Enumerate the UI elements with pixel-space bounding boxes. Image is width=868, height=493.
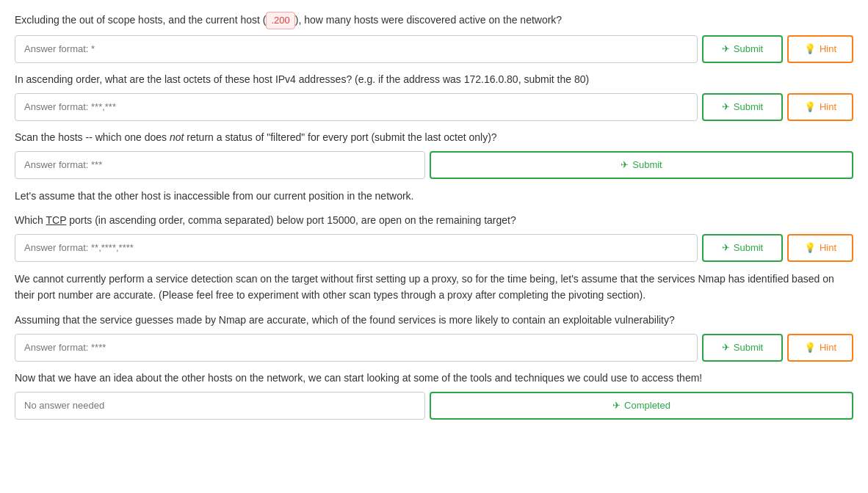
answer-row-4: ✈ Submit 💡 Hint [15, 234, 853, 262]
submit-label-5: Submit [734, 342, 763, 353]
answer-input-2[interactable] [15, 93, 698, 121]
submit-button-4[interactable]: ✈ Submit [702, 234, 783, 262]
question-1: Excluding the out of scope hosts, and th… [15, 12, 853, 63]
hint-label-1: Hint [820, 43, 836, 54]
submit-button-2[interactable]: ✈ Submit [702, 93, 783, 121]
question-6-text: Now that we have an idea about the other… [15, 370, 853, 386]
answer-row-6: ✈ Completed [15, 392, 853, 420]
hint-label-2: Hint [820, 101, 836, 112]
completed-button[interactable]: ✈ Completed [430, 392, 853, 420]
answer-input-3[interactable] [15, 151, 425, 179]
question-2: In ascending order, what are the last oc… [15, 72, 853, 121]
completed-icon: ✈ [612, 400, 621, 411]
submit-label-4: Submit [734, 242, 763, 253]
submit-icon-5: ✈ [722, 342, 730, 353]
answer-row-3: ✈ Submit [15, 151, 853, 179]
info-block-2: We cannot currently perform a service de… [15, 271, 853, 304]
submit-button-3[interactable]: ✈ Submit [430, 151, 853, 179]
question-2-text: In ascending order, what are the last oc… [15, 72, 853, 87]
hint-button-2[interactable]: 💡 Hint [787, 93, 853, 121]
answer-row-2: ✈ Submit 💡 Hint [15, 93, 853, 121]
question-3-text: Scan the hosts -- which one does not ret… [15, 130, 853, 145]
question-4: Which TCP ports (in ascending order, com… [15, 213, 853, 262]
submit-button-5[interactable]: ✈ Submit [702, 334, 783, 362]
submit-label-1: Submit [734, 43, 763, 54]
hint-icon-1: 💡 [804, 43, 816, 54]
answer-input-6 [15, 392, 425, 420]
hint-label-5: Hint [820, 342, 836, 353]
question-5-text: Assuming that the service guesses made b… [15, 313, 853, 328]
hint-button-5[interactable]: 💡 Hint [787, 334, 853, 362]
completed-label: Completed [624, 400, 670, 411]
info-block-1: Let's assume that the other host is inac… [15, 188, 853, 204]
tcp-underline: TCP [46, 214, 67, 226]
answer-row-1: ✈ Submit 💡 Hint [15, 35, 853, 63]
submit-icon-2: ✈ [722, 101, 730, 112]
submit-icon-1: ✈ [722, 43, 730, 54]
question-5: Assuming that the service guesses made b… [15, 313, 853, 362]
question-6: Now that we have an idea about the other… [15, 370, 853, 420]
answer-input-4[interactable] [15, 234, 698, 262]
hint-button-4[interactable]: 💡 Hint [787, 234, 853, 262]
hint-button-1[interactable]: 💡 Hint [787, 35, 853, 63]
answer-input-5[interactable] [15, 334, 698, 362]
submit-label-2: Submit [734, 101, 763, 112]
info-text-1: Let's assume that the other host is inac… [15, 188, 853, 204]
question-4-text: Which TCP ports (in ascending order, com… [15, 213, 853, 228]
hint-icon-5: 💡 [804, 342, 816, 353]
host-badge: .200 [266, 12, 294, 29]
question-3: Scan the hosts -- which one does not ret… [15, 130, 853, 179]
submit-label-3: Submit [632, 159, 662, 170]
submit-icon-4: ✈ [722, 242, 730, 253]
answer-row-5: ✈ Submit 💡 Hint [15, 334, 853, 362]
hint-label-4: Hint [820, 242, 836, 253]
hint-icon-4: 💡 [804, 242, 816, 253]
submit-button-1[interactable]: ✈ Submit [702, 35, 783, 63]
submit-icon-3: ✈ [621, 159, 629, 170]
info-text-2: We cannot currently perform a service de… [15, 271, 853, 304]
answer-input-1[interactable] [15, 35, 698, 63]
question-1-text: Excluding the out of scope hosts, and th… [15, 12, 853, 29]
hint-icon-2: 💡 [804, 101, 816, 112]
